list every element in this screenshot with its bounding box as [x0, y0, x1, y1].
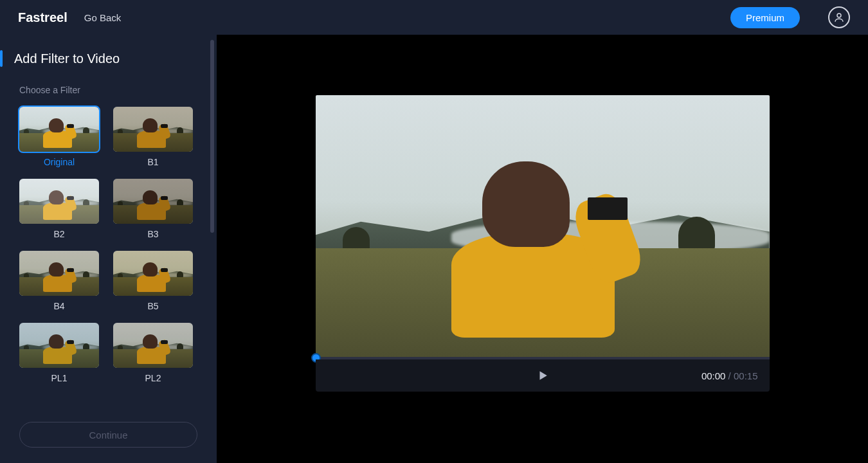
title-accent-bar: [0, 50, 3, 67]
premium-button[interactable]: Premium: [730, 7, 800, 28]
play-icon: [537, 369, 548, 382]
filter-item-b5[interactable]: B5: [113, 251, 193, 311]
video-player: 00:00 / 00:15: [316, 95, 770, 392]
user-avatar-button[interactable]: [828, 6, 850, 28]
continue-button[interactable]: Continue: [19, 422, 197, 448]
player-controls: 00:00 / 00:15: [316, 359, 770, 392]
filter-thumbnail: [113, 107, 193, 152]
video-preview[interactable]: [316, 95, 770, 359]
current-time: 00:00: [701, 370, 726, 381]
filter-label: PL1: [19, 373, 99, 383]
filter-item-b2[interactable]: B2: [19, 179, 99, 239]
logo: Fastreel: [18, 10, 68, 25]
filter-label: PL2: [113, 373, 193, 383]
filter-thumbnail: [113, 251, 193, 296]
filter-thumbnail: [19, 107, 99, 152]
sidebar-subtitle: Choose a Filter: [19, 85, 203, 95]
filter-thumbnail: [113, 179, 193, 224]
filter-item-original[interactable]: Original: [19, 107, 99, 167]
go-back-link[interactable]: Go Back: [84, 12, 122, 23]
svg-point-0: [837, 14, 841, 17]
filter-item-b4[interactable]: B4: [19, 251, 99, 311]
time-display: 00:00 / 00:15: [701, 370, 758, 381]
filter-label: B4: [19, 301, 99, 311]
filter-label: B2: [19, 229, 99, 239]
play-button[interactable]: [532, 365, 554, 386]
filter-label: B3: [113, 229, 193, 239]
filter-item-pl1[interactable]: PL1: [19, 323, 99, 383]
filter-label: B1: [113, 157, 193, 167]
video-stage: 00:00 / 00:15: [217, 35, 868, 463]
duration: 00:15: [734, 370, 758, 381]
filter-item-b3[interactable]: B3: [113, 179, 193, 239]
filter-grid: OriginalB1B2B3B4B5PL1PL2: [19, 107, 203, 383]
filter-thumbnail: [19, 179, 99, 224]
user-icon: [833, 12, 845, 23]
filter-item-b1[interactable]: B1: [113, 107, 193, 167]
app-header: Fastreel Go Back Premium: [0, 0, 868, 35]
filter-sidebar: Add Filter to Video Choose a Filter Orig…: [0, 35, 217, 463]
sidebar-title: Add Filter to Video: [14, 51, 120, 66]
filter-label: B5: [113, 301, 193, 311]
filter-thumbnail: [19, 251, 99, 296]
filter-label: Original: [19, 157, 99, 167]
sidebar-scrollbar[interactable]: [210, 40, 214, 405]
filter-thumbnail: [19, 323, 99, 368]
filter-item-pl2[interactable]: PL2: [113, 323, 193, 383]
filter-thumbnail: [113, 323, 193, 368]
